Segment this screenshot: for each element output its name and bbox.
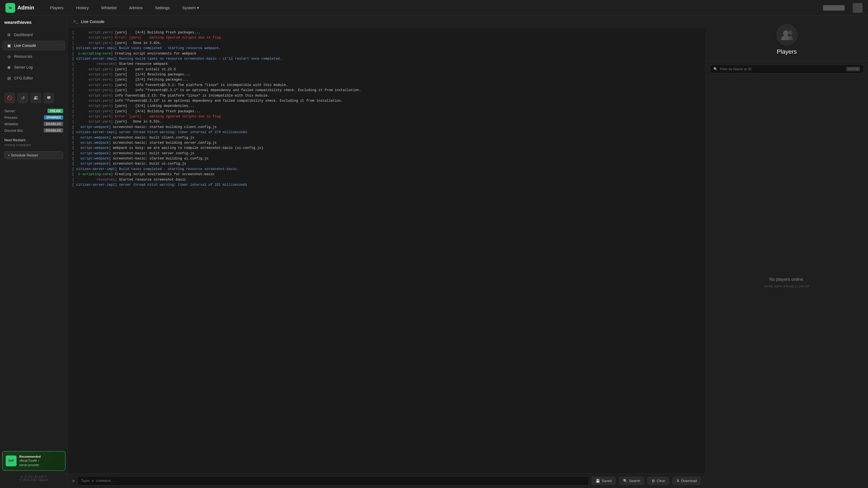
sidebar-item-label: CFG Editor bbox=[14, 76, 33, 80]
console-line: [ script:yarn] Error: [yarn] warning Ign… bbox=[72, 114, 701, 119]
discord-status-badge: DISABLED bbox=[44, 128, 63, 133]
main-layout: wearethieves ⊞ Dashboard ▣ Live Console … bbox=[0, 16, 868, 488]
sidebar-brand: wearethieves bbox=[0, 20, 67, 29]
console-toolbar: 💾 Saved 🔍 Search 🗑 Clear ⬇ Download bbox=[592, 477, 701, 485]
console-line: [ c-scripting-core] Creating script envi… bbox=[72, 51, 701, 56]
clear-button[interactable]: 🗑 Clear bbox=[648, 477, 669, 485]
console-line: [ citizen-server-impl] Running build tas… bbox=[72, 56, 701, 62]
console-line: [ script:yarn] [yarn] [4/4] Building fre… bbox=[72, 30, 701, 35]
discord-label: Discord Bot: bbox=[4, 129, 24, 133]
sidebar-item-label: Dashboard bbox=[14, 33, 33, 37]
schedule-restart-button[interactable]: + Schedule Restart bbox=[4, 151, 63, 159]
nav-players[interactable]: Players bbox=[48, 4, 66, 11]
console-line: [ script:webpack] screenshot-basic: star… bbox=[72, 125, 701, 130]
next-restart-label: Next Restart: bbox=[4, 138, 63, 142]
console-line: [ resources] Started resource screenshot… bbox=[72, 177, 701, 183]
topnav: tx Admin Players History Whitelist Admin… bbox=[0, 0, 868, 16]
svg-point-1 bbox=[36, 96, 38, 98]
search-icon: 🔍 bbox=[623, 479, 627, 483]
nav-system[interactable]: System ▾ bbox=[180, 4, 201, 11]
sidebar-version: tx: v7.2.2 | fx: b9572 © 2019-2024 Tabar… bbox=[0, 473, 67, 484]
filter-shortcut: ctrl+k bbox=[846, 67, 860, 71]
save-icon: 💾 bbox=[596, 479, 600, 483]
console-title: Live Console bbox=[81, 19, 104, 24]
console-header: >_ Live Console bbox=[68, 16, 705, 27]
console-area: >_ Live Console [ script:yarn] [yarn] [4… bbox=[68, 16, 705, 488]
process-status-row: Process: SPAWNED bbox=[4, 114, 63, 121]
search-button[interactable]: 🔍 Search bbox=[619, 477, 644, 485]
console-line: [ script:yarn] info "fsevents@1.2.13" is… bbox=[72, 98, 701, 104]
nav-history[interactable]: History bbox=[74, 4, 91, 11]
players-empty-state: No players online. Invite some friends t… bbox=[706, 77, 868, 488]
avatar bbox=[853, 3, 863, 13]
console-line: [ script:webpack] webpack is busy: we ar… bbox=[72, 145, 701, 151]
server-status-row: Server: ONLINE bbox=[4, 108, 63, 114]
console-line: [ script:webpack] screenshot-basic: buil… bbox=[72, 135, 701, 140]
console-line: [ script:yarn] info fsevents@1.2.13: The… bbox=[72, 93, 701, 98]
filter-input-wrap: 🔍 ctrl+k bbox=[710, 65, 864, 73]
next-restart-value: nothing scheduled bbox=[4, 143, 63, 147]
console-line: [ resources] Started resource webpack bbox=[72, 62, 701, 67]
players-title: Players bbox=[777, 48, 797, 55]
console-line: [ citizen-server-impl] Build tasks compl… bbox=[72, 46, 701, 51]
next-restart-section: Next Restart: nothing scheduled bbox=[0, 136, 67, 149]
console-input-area: > 💾 Saved 🔍 Search 🗑 Clear ⬇ Download bbox=[68, 474, 705, 488]
user-bar bbox=[823, 5, 845, 10]
nav-whitelist[interactable]: Whitelist bbox=[99, 4, 119, 11]
saved-button[interactable]: 💾 Saved bbox=[592, 477, 616, 485]
console-line: [ citizen-server-impl] server thread hit… bbox=[72, 130, 701, 135]
filter-search-icon: 🔍 bbox=[713, 67, 718, 71]
console-line: [ script:yarn] [yarn] Done in 3.92s. bbox=[72, 41, 701, 46]
sidebar-item-dashboard[interactable]: ⊞ Dashboard bbox=[2, 30, 65, 40]
players-empty-sub: Invite some friends to join in! bbox=[764, 284, 809, 288]
svg-point-3 bbox=[788, 30, 792, 35]
action-icons-row: 🚫 ↺ bbox=[0, 90, 67, 105]
discord-status-row: Discord Bot: DISABLED bbox=[4, 127, 63, 134]
process-status-badge: SPAWNED bbox=[44, 115, 63, 120]
sidebar-item-server-log[interactable]: ◉ Server Log bbox=[2, 62, 65, 72]
dashboard-icon: ⊞ bbox=[6, 32, 11, 37]
whitelist-status-row: Whitelist: DISABLED bbox=[4, 121, 63, 127]
no-kick-button[interactable]: 🚫 bbox=[4, 93, 15, 103]
player-filter-input[interactable] bbox=[720, 67, 844, 71]
sidebar-item-live-console[interactable]: ▣ Live Console bbox=[2, 40, 65, 51]
logo-area: tx Admin bbox=[5, 3, 34, 13]
svg-point-2 bbox=[783, 30, 788, 36]
players-header: Players bbox=[706, 16, 868, 61]
resources-icon: ◎ bbox=[6, 54, 11, 59]
download-icon: ⬇ bbox=[677, 479, 680, 483]
chevron-down-icon: ▾ bbox=[197, 5, 199, 10]
cfg-editor-icon: ▤ bbox=[6, 76, 11, 80]
download-button[interactable]: ⬇ Download bbox=[673, 477, 701, 485]
zap-banner[interactable]: ZAP Recommended official FiveM ✓ server … bbox=[2, 451, 65, 470]
console-line: [ script:yarn] [yarn] [2/4] Fetching pac… bbox=[72, 77, 701, 83]
sidebar-item-label: Server Log bbox=[14, 65, 33, 69]
live-console-icon: ▣ bbox=[6, 43, 11, 48]
whitelist-status-badge: DISABLED bbox=[44, 122, 63, 126]
logo-icon: tx bbox=[5, 3, 15, 13]
players-button[interactable] bbox=[30, 93, 41, 103]
status-section: Server: ONLINE Process: SPAWNED Whitelis… bbox=[0, 105, 67, 136]
chat-button[interactable] bbox=[43, 93, 54, 103]
console-line: [ script:webpack] screenshot-basic: star… bbox=[72, 156, 701, 161]
console-line: [ script:yarn] [yarn] [4/4] Building fre… bbox=[72, 109, 701, 114]
console-line: [ script:yarn] [yarn] [3/4] Linking depe… bbox=[72, 104, 701, 109]
sidebar: wearethieves ⊞ Dashboard ▣ Live Console … bbox=[0, 16, 68, 488]
console-prompt-icon: >_ bbox=[73, 19, 78, 24]
process-label: Process: bbox=[4, 116, 18, 120]
console-line: [ script:webpack] screenshot-basic: buil… bbox=[72, 161, 701, 166]
server-log-icon: ◉ bbox=[6, 65, 11, 70]
zap-text: Recommended official FiveM ✓ server prov… bbox=[19, 455, 41, 467]
sidebar-item-cfg-editor[interactable]: ▤ CFG Editor bbox=[2, 73, 65, 83]
console-input[interactable] bbox=[78, 476, 589, 485]
players-avatar-icon bbox=[776, 24, 798, 45]
nav-settings[interactable]: Settings bbox=[153, 4, 172, 11]
clear-icon: 🗑 bbox=[652, 479, 655, 483]
restart-button[interactable]: ↺ bbox=[18, 93, 28, 103]
sidebar-item-resources[interactable]: ◎ Resources bbox=[2, 51, 65, 62]
console-prompt-char: > bbox=[72, 478, 75, 483]
nav-admins[interactable]: Admins bbox=[127, 4, 145, 11]
players-panel: Players 🔍 ctrl+k No players online. Invi… bbox=[705, 16, 868, 488]
console-output[interactable]: [ script:yarn] [yarn] [4/4] Building fre… bbox=[68, 27, 705, 474]
server-status-badge: ONLINE bbox=[48, 109, 63, 113]
